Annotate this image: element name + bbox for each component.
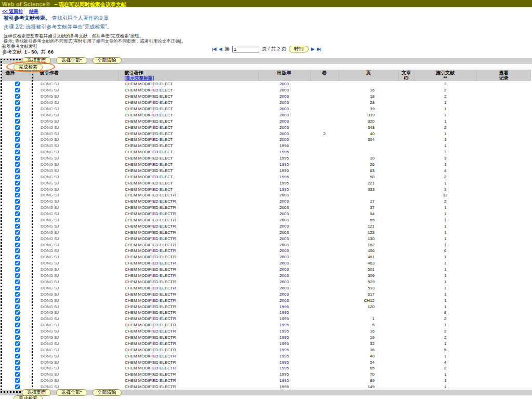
row-checkbox[interactable] [15, 280, 20, 284]
row-checkbox[interactable] [15, 378, 20, 383]
row-checkbox[interactable] [15, 100, 20, 105]
row-checkbox[interactable] [15, 137, 20, 142]
row-checkbox[interactable] [15, 329, 20, 334]
row-checkbox[interactable] [15, 187, 20, 192]
row-checkbox[interactable] [15, 107, 20, 111]
row-checkbox[interactable] [15, 193, 20, 197]
select-all-button[interactable]: 选择全部* [56, 57, 87, 64]
row-checkbox[interactable] [15, 298, 20, 303]
view-record-cell [476, 87, 531, 94]
row-checkbox[interactable] [15, 248, 20, 253]
row-select-cell [1, 359, 33, 365]
row-checkbox[interactable] [15, 236, 20, 241]
row-checkbox[interactable] [15, 323, 20, 327]
row-checkbox[interactable] [15, 88, 20, 92]
row-checkbox[interactable] [15, 224, 20, 229]
last-page-icon[interactable]: ▶| [317, 47, 321, 51]
row-checkbox[interactable] [15, 205, 20, 210]
row-checkbox[interactable] [15, 143, 20, 148]
citing-count-cell: 1 [414, 260, 476, 267]
row-checkbox[interactable] [15, 348, 20, 352]
row-select-cell [1, 378, 33, 384]
row-checkbox[interactable] [15, 150, 20, 154]
search-title: 被引参考文献检索。 [4, 15, 50, 21]
row-checkbox[interactable] [15, 341, 20, 346]
citing-count-cell: 1 [414, 100, 476, 106]
volume-cell [310, 112, 339, 118]
row-checkbox[interactable] [15, 82, 20, 86]
prev-page-icon[interactable]: ◀ [219, 47, 222, 51]
row-checkbox[interactable] [15, 125, 20, 130]
table-row: DONG SJCHEM MODIFIED ELECT19953333 [1, 186, 531, 192]
view-record-cell [476, 130, 531, 137]
row-checkbox[interactable] [15, 243, 20, 247]
row-checkbox[interactable] [15, 372, 20, 377]
article-id-cell [398, 340, 414, 347]
row-checkbox[interactable] [15, 230, 20, 235]
row-checkbox[interactable] [15, 255, 20, 259]
row-checkbox[interactable] [15, 181, 20, 185]
citing-count-cell: 1 [414, 322, 476, 328]
cited-work-cell: CHEM MODIFIED ELECTR [118, 254, 258, 260]
row-checkbox[interactable] [15, 218, 20, 222]
row-checkbox[interactable] [15, 113, 20, 117]
cited-work-cell: CHEM MODIFIED ELECT [118, 149, 258, 155]
results-link[interactable]: 结果 [29, 9, 38, 14]
row-checkbox[interactable] [15, 360, 20, 365]
table-row: DONG SJCHEM MODIFIED ELECTR2003172 [1, 198, 531, 205]
go-button[interactable]: 转到 [289, 46, 309, 52]
volume-cell [310, 310, 339, 316]
row-checkbox[interactable] [15, 354, 20, 358]
page-number-input[interactable] [232, 46, 259, 52]
select-all-button-bottom[interactable]: 选择全部* [56, 389, 87, 396]
row-checkbox[interactable] [15, 384, 20, 389]
table-row: DONG SJCHEM MODIFIED ELECTR20035091 [1, 273, 531, 279]
citing-count-cell: 1 [414, 291, 476, 297]
row-select-cell [1, 211, 33, 217]
row-checkbox[interactable] [15, 175, 20, 179]
clear-all-button[interactable]: 全部清除 [92, 57, 122, 64]
row-checkbox[interactable] [15, 119, 20, 124]
row-checkbox[interactable] [15, 267, 20, 272]
next-page-icon[interactable]: ▶ [311, 47, 314, 51]
show-full-title-link[interactable]: [显示完整标题] [125, 75, 154, 81]
row-checkbox[interactable] [15, 131, 20, 136]
volume-cell [310, 217, 339, 223]
table-row: DONG SJCHEM MODIFIED ELECTR199561 [1, 322, 531, 328]
volume-cell [310, 303, 339, 310]
back-link[interactable]: << 返回前 [2, 9, 23, 14]
cited-author-cell: DONG SJ [33, 254, 118, 260]
row-checkbox[interactable] [15, 366, 20, 370]
row-checkbox[interactable] [15, 304, 20, 309]
citing-count-cell: 1 [414, 378, 476, 384]
view-record-cell [476, 180, 531, 186]
row-checkbox[interactable] [15, 335, 20, 340]
cited-work-cell: CHEM MODIFIED ELECTR [118, 248, 258, 254]
page-cell: 37 [339, 205, 398, 211]
finish-search-button-top[interactable]: 完成检索 [14, 64, 43, 71]
clear-all-button-bottom[interactable]: 全部清除 [92, 389, 122, 396]
table-row: DONG SJCHEM MODIFIED ELECTR20035011 [1, 267, 531, 273]
row-checkbox[interactable] [15, 261, 20, 265]
row-select-cell [1, 149, 33, 155]
citing-count-cell: 4 [414, 167, 476, 174]
row-checkbox[interactable] [15, 310, 20, 315]
row-checkbox[interactable] [15, 292, 20, 297]
row-checkbox[interactable] [15, 162, 20, 167]
first-page-icon[interactable]: |◀ [212, 47, 216, 51]
volume-cell [310, 229, 339, 235]
row-checkbox[interactable] [15, 211, 20, 216]
row-checkbox[interactable] [15, 286, 20, 290]
finish-search-button-bottom[interactable]: 完成检索 [14, 395, 43, 399]
row-select-cell [1, 174, 33, 180]
cited-work-cell: CHEM MODIFIED ELECTR [118, 211, 258, 217]
row-checkbox[interactable] [15, 199, 20, 204]
row-checkbox[interactable] [15, 316, 20, 321]
row-checkbox[interactable] [15, 156, 20, 161]
table-row: DONG SJCHEM MODIFIED ELECT1995103 [1, 155, 531, 162]
select-page-button[interactable]: 选择页面 [22, 57, 51, 64]
row-checkbox[interactable] [15, 273, 20, 278]
row-checkbox[interactable] [15, 94, 20, 99]
row-checkbox[interactable] [15, 168, 20, 173]
table-row: DONG SJCHEM MODIFIED ELECT19957 [1, 149, 531, 155]
